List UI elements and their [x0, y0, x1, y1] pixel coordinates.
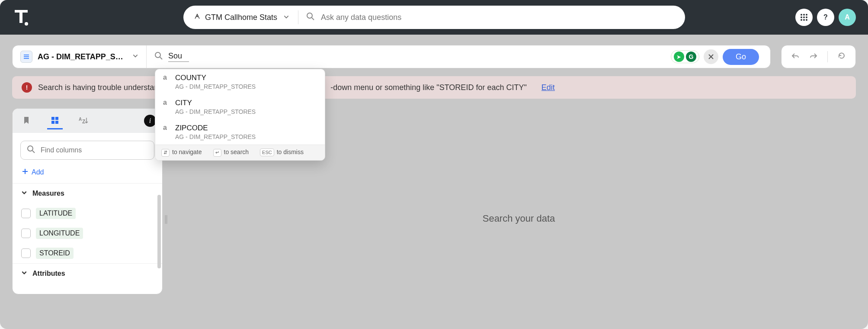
column-item[interactable]: STOREID [13, 243, 162, 263]
redo-button[interactable] [809, 52, 818, 62]
tab-bookmark[interactable] [19, 112, 34, 129]
history-bar [781, 45, 856, 68]
apps-grid-button[interactable] [795, 9, 813, 26]
autocomplete-sub: AG - DIM_RETAPP_STORES [175, 83, 256, 90]
divider [827, 51, 828, 62]
global-search-input[interactable] [321, 13, 681, 22]
undo-button[interactable] [791, 52, 800, 62]
svg-point-14 [806, 19, 807, 21]
warning-banner: ! Search is having trouble understan -do… [12, 76, 856, 99]
plus-icon [22, 168, 28, 176]
svg-point-28 [28, 146, 33, 151]
header-search-bar: GTM Callhome Stats [183, 6, 685, 29]
svg-line-5 [312, 18, 314, 20]
chevron-down-icon [21, 190, 27, 197]
svg-rect-22 [51, 117, 54, 120]
warning-text-suffix: -down menu or something like "STOREID fo… [330, 83, 527, 92]
checkbox[interactable] [21, 248, 31, 258]
hint-dismiss: ESCto dismiss [260, 148, 304, 157]
svg-text:A: A [79, 117, 82, 122]
svg-point-12 [801, 19, 802, 21]
section-measures-header[interactable]: Measures [13, 183, 162, 203]
query-bar-row: AG - DIM_RETAPP_ST... ➤ G [0, 35, 868, 73]
info-button[interactable]: i [144, 115, 156, 127]
scrollbar-thumb[interactable] [157, 195, 161, 268]
grammarly-arrow-icon: ➤ [674, 52, 684, 62]
datasource-picker[interactable]: AG - DIM_RETAPP_ST... [13, 45, 147, 68]
app-picker-icon [194, 13, 201, 22]
svg-rect-25 [55, 121, 58, 124]
autocomplete-item[interactable]: a COUNTY AG - DIM_RETAPP_STORES [155, 69, 325, 94]
help-button[interactable]: ? [817, 9, 834, 26]
grammarly-indicator[interactable]: ➤ G [671, 50, 699, 63]
autocomplete-sub: AG - DIM_RETAPP_STORES [175, 108, 256, 115]
tab-columns[interactable] [47, 112, 63, 129]
avatar[interactable]: A [839, 9, 856, 26]
enter-key-icon: ↵ [213, 149, 221, 157]
svg-point-13 [803, 19, 805, 21]
header-right: ? A [795, 9, 856, 26]
chevron-down-icon [132, 53, 138, 61]
clear-button[interactable] [704, 49, 718, 64]
warning-edit-link[interactable]: Edit [541, 83, 555, 92]
app-picker[interactable]: GTM Callhome Stats [194, 10, 298, 24]
autocomplete-type-icon: a [163, 74, 169, 90]
add-button[interactable]: Add [13, 164, 162, 183]
svg-rect-24 [51, 121, 54, 124]
columns-panel: AZ i Add Measures [12, 108, 163, 294]
chevron-down-icon [21, 270, 27, 277]
section-measures-title: Measures [32, 190, 64, 197]
side-tabs: AZ i [13, 109, 162, 133]
autocomplete-item[interactable]: a CITY AG - DIM_RETAPP_STORES [155, 94, 325, 119]
svg-point-3 [197, 16, 198, 17]
svg-point-2 [25, 22, 28, 26]
autocomplete-title: ZIPCODE [175, 124, 256, 132]
search-icon [154, 52, 163, 62]
column-item[interactable]: LONGITUDE [13, 223, 162, 243]
svg-point-4 [307, 13, 312, 18]
query-bar: AG - DIM_RETAPP_ST... ➤ G [12, 45, 771, 68]
top-header: GTM Callhome Stats ? A [0, 0, 868, 35]
autocomplete-type-icon: a [163, 99, 169, 115]
hint-navigate: ⇵to navigate [161, 148, 202, 157]
hint-search: ↵to search [213, 148, 249, 157]
autocomplete-dropdown: a COUNTY AG - DIM_RETAPP_STORES a CITY A… [155, 69, 325, 161]
svg-text:Z: Z [82, 119, 85, 124]
updown-key-icon: ⇵ [161, 149, 170, 157]
svg-point-6 [801, 14, 802, 16]
checkbox[interactable] [21, 229, 31, 238]
chevron-down-icon [283, 13, 289, 22]
section-attributes-header[interactable]: Attributes [13, 263, 162, 284]
column-chip: LONGITUDE [36, 228, 83, 239]
autocomplete-footer: ⇵to navigate ↵to search ESCto dismiss [155, 145, 325, 160]
query-input[interactable] [168, 52, 189, 62]
search-icon [306, 12, 315, 23]
go-button[interactable]: Go [723, 49, 759, 65]
query-input-wrap: ➤ G Go [147, 49, 770, 65]
column-chip: STOREID [36, 248, 74, 259]
datasource-icon [20, 51, 32, 63]
datasource-label: AG - DIM_RETAPP_ST... [38, 52, 124, 61]
add-label: Add [32, 168, 44, 176]
column-item[interactable]: LATITUDE [13, 203, 162, 223]
autocomplete-type-icon: a [163, 124, 169, 140]
brand-logo[interactable] [12, 8, 30, 26]
empty-state-text: Search your data [483, 213, 555, 224]
autocomplete-item[interactable]: a ZIPCODE AG - DIM_RETAPP_STORES [155, 119, 325, 145]
svg-point-9 [801, 16, 802, 18]
refresh-button[interactable] [837, 52, 846, 62]
svg-rect-23 [55, 117, 58, 120]
column-search-input[interactable] [41, 146, 148, 154]
autocomplete-title: COUNTY [175, 74, 256, 82]
svg-rect-1 [19, 10, 22, 23]
grammarly-g-icon: G [686, 52, 696, 62]
tab-sort[interactable]: AZ [76, 112, 91, 129]
search-icon [27, 145, 35, 155]
app-picker-label: GTM Callhome Stats [205, 13, 277, 22]
column-chip: LATITUDE [36, 208, 76, 219]
checkbox[interactable] [21, 209, 31, 218]
svg-point-8 [806, 14, 807, 16]
svg-point-11 [806, 16, 807, 18]
autocomplete-sub: AG - DIM_RETAPP_STORES [175, 133, 256, 140]
svg-point-7 [803, 14, 805, 16]
